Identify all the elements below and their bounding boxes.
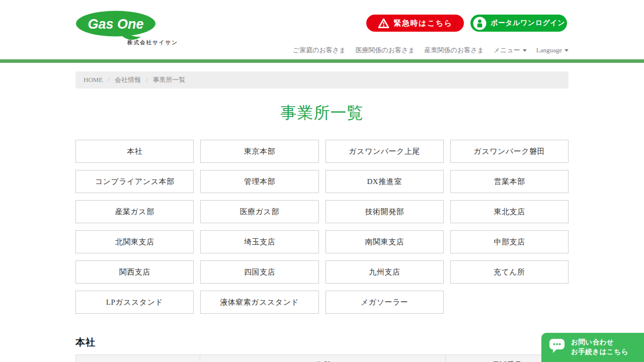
emergency-button[interactable]: 緊急時はこちら bbox=[366, 15, 464, 32]
top-nav: ご家庭のお客さま 医療関係のお客さま 産業関係のお客さま メニュー Langua… bbox=[293, 46, 569, 55]
chat-widget-label: お問い合わせ お手続きはこちら bbox=[571, 338, 628, 357]
office-link-button[interactable]: 東北支店 bbox=[450, 200, 569, 223]
office-link-button[interactable]: 東京本部 bbox=[200, 140, 318, 163]
nav-item-medical-customers[interactable]: 医療関係のお客さま bbox=[355, 46, 415, 55]
office-link-button[interactable]: メガソーラー bbox=[326, 291, 444, 314]
page-title: 事業所一覧 bbox=[75, 102, 569, 124]
warning-icon bbox=[378, 18, 389, 29]
office-link-button[interactable]: 南関東支店 bbox=[326, 230, 444, 253]
office-link-button[interactable]: ガスワンパーク上尾 bbox=[326, 140, 444, 163]
office-link-button[interactable]: 中部支店 bbox=[450, 230, 569, 253]
office-link-button[interactable]: 関西支店 bbox=[75, 260, 194, 284]
header-accent-bar bbox=[0, 59, 644, 63]
portal-login-button-label: ポータルワンログイン bbox=[491, 19, 565, 28]
nav-item-label: 医療関係のお客さま bbox=[355, 46, 415, 55]
chevron-down-icon bbox=[565, 49, 569, 52]
contact-chat-widget[interactable]: お問い合わせ お手続きはこちら bbox=[541, 333, 644, 362]
nav-item-home-customers[interactable]: ご家庭のお客さま bbox=[293, 46, 346, 55]
section-heading-head-office: 本社 bbox=[75, 336, 569, 349]
nav-item-menu[interactable]: メニュー bbox=[494, 46, 527, 55]
breadcrumb-separator: / bbox=[146, 76, 148, 84]
table-header-address: 住所 bbox=[200, 355, 445, 362]
company-name: 株式会社サイサン bbox=[127, 39, 178, 46]
office-link-button[interactable]: コンプライアンス本部 bbox=[75, 170, 194, 193]
office-link-button[interactable]: 埼玉支店 bbox=[200, 230, 318, 253]
breadcrumb-company-info[interactable]: 会社情報 bbox=[115, 75, 141, 84]
office-link-button[interactable]: 営業本部 bbox=[450, 170, 569, 193]
chevron-down-icon bbox=[523, 49, 527, 52]
chat-widget-line2: お手続きはこちら bbox=[571, 348, 628, 355]
office-link-button[interactable]: 北関東支店 bbox=[75, 230, 194, 253]
breadcrumb-separator: / bbox=[108, 76, 110, 84]
office-link-button[interactable]: 本社 bbox=[75, 140, 194, 163]
office-button-grid: 本社 東京本部 ガスワンパーク上尾 ガスワンパーク磐田 コンプライアンス本部 管… bbox=[75, 140, 569, 314]
table-header-blank bbox=[76, 355, 200, 362]
office-link-button[interactable]: 産業ガス部 bbox=[75, 200, 194, 223]
office-link-button[interactable]: 四国支店 bbox=[200, 260, 318, 284]
svg-text:Gas One: Gas One bbox=[88, 17, 143, 32]
breadcrumb: HOME / 会社情報 / 事業所一覧 bbox=[75, 71, 569, 88]
office-link-button[interactable]: 充てん所 bbox=[450, 260, 569, 284]
office-link-button[interactable]: 技術開発部 bbox=[326, 200, 444, 223]
site-header: Gas One 株式会社サイサン 緊急時はこちら ポータルワンログイン ご家庭の… bbox=[0, 0, 644, 59]
chat-bubble-icon bbox=[549, 338, 566, 357]
nav-item-label: ご家庭のお客さま bbox=[293, 46, 346, 55]
office-link-button[interactable]: 液体窒素ガススタンド bbox=[200, 291, 318, 314]
office-link-button[interactable]: ガスワンパーク磐田 bbox=[450, 140, 569, 163]
nav-item-industrial-customers[interactable]: 産業関係のお客さま bbox=[425, 46, 484, 55]
table-header-row: 住所 電話番号 bbox=[76, 355, 569, 362]
head-office-table: 住所 電話番号 bbox=[75, 354, 569, 362]
main-content: HOME / 会社情報 / 事業所一覧 事業所一覧 本社 東京本部 ガスワンパー… bbox=[75, 71, 569, 362]
chat-widget-line1: お問い合わせ bbox=[571, 338, 614, 346]
gas-one-logo[interactable]: Gas One 株式会社サイサン bbox=[75, 11, 171, 47]
nav-item-label: 産業関係のお客さま bbox=[425, 46, 484, 55]
office-link-button[interactable]: LPガススタンド bbox=[75, 291, 194, 314]
user-icon bbox=[473, 17, 487, 30]
nav-item-label: Language bbox=[536, 46, 562, 54]
breadcrumb-home[interactable]: HOME bbox=[84, 76, 103, 84]
office-link-button[interactable]: 九州支店 bbox=[326, 260, 444, 284]
portal-login-button[interactable]: ポータルワンログイン bbox=[470, 15, 567, 32]
office-link-button[interactable]: DX推進室 bbox=[326, 170, 444, 193]
office-link-button[interactable]: 医療ガス部 bbox=[200, 200, 318, 223]
breadcrumb-current: 事業所一覧 bbox=[153, 75, 186, 84]
nav-item-language[interactable]: Language bbox=[536, 46, 569, 54]
emergency-button-label: 緊急時はこちら bbox=[394, 19, 453, 28]
office-link-button[interactable]: 管理本部 bbox=[200, 170, 318, 193]
nav-item-label: メニュー bbox=[494, 46, 520, 55]
